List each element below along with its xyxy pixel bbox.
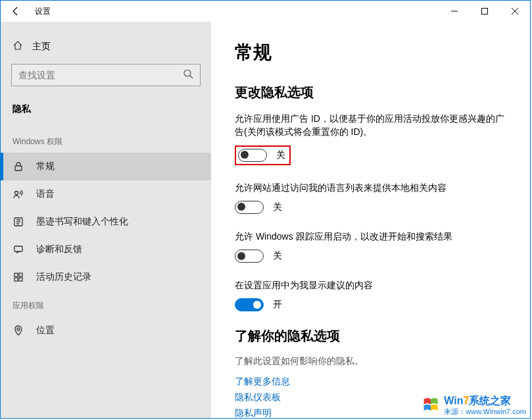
search-icon <box>183 68 193 82</box>
nav-label: 位置 <box>36 325 55 336</box>
svg-rect-8 <box>14 278 18 281</box>
inking-icon <box>12 217 24 227</box>
section-heading: 更改隐私选项 <box>235 84 506 101</box>
group-windows-perms: Windows 权限 <box>1 127 211 153</box>
svg-rect-6 <box>14 273 18 276</box>
toggle-switch[interactable] <box>235 249 264 263</box>
location-icon <box>12 325 24 336</box>
home-link[interactable]: 主页 <box>1 35 211 64</box>
option-desc: 在设置应用中为我显示建议的内容 <box>235 278 506 292</box>
nav-label: 墨迹书写和键入个性化 <box>36 216 128 228</box>
history-icon <box>12 272 24 282</box>
feedback-icon <box>12 244 24 255</box>
nav-label: 活动历史记录 <box>36 271 91 283</box>
option-desc: 允许 Windows 跟踪应用启动，以改进开始和搜索结果 <box>235 230 506 243</box>
watermark-url: 来源：www.Winwin7.com <box>444 408 526 415</box>
toggle-state-label: 关 <box>273 201 282 213</box>
window-title: 设置 <box>35 6 51 17</box>
watermark: Win7系统之家 来源：www.Winwin7.com <box>422 394 526 415</box>
sidebar: 主页 隐私 Windows 权限 常规 语音 <box>1 22 211 418</box>
nav-general[interactable]: 常规 <box>1 153 211 180</box>
nav-activity[interactable]: 活动历史记录 <box>1 263 211 291</box>
option-desc: 允许应用使用广告 ID，以便基于你的应用活动投放你更感兴趣的广告(关闭该模式将会… <box>235 112 506 139</box>
nav-location[interactable]: 位置 <box>1 317 211 344</box>
main-content: 常规 更改隐私选项 允许应用使用广告 ID，以便基于你的应用活动投放你更感兴趣的… <box>211 22 530 418</box>
svg-rect-9 <box>19 278 22 281</box>
svg-rect-2 <box>15 166 22 171</box>
maximize-button[interactable] <box>470 1 500 22</box>
group-app-perms: 应用权限 <box>1 291 211 317</box>
svg-rect-0 <box>482 9 488 14</box>
nav-label: 常规 <box>36 161 55 172</box>
svg-rect-7 <box>19 273 22 276</box>
nav-diagnostics[interactable]: 诊断和反馈 <box>1 236 211 263</box>
page-title: 常规 <box>235 40 506 65</box>
home-icon <box>12 40 23 53</box>
search-box[interactable] <box>11 64 201 86</box>
back-button[interactable] <box>1 1 31 22</box>
close-button[interactable] <box>500 1 530 22</box>
learn-link[interactable]: 了解更多信息 <box>235 374 506 390</box>
learn-desc: 了解此设置如何影响你的隐私。 <box>235 355 506 367</box>
toggle-switch[interactable] <box>235 298 264 311</box>
watermark-logo <box>422 396 440 414</box>
toggle-state-label: 关 <box>273 250 282 262</box>
svg-point-10 <box>17 328 20 330</box>
watermark-title: Win7系统之家 <box>444 395 511 406</box>
titlebar: 设置 <box>1 1 530 22</box>
toggle-state-label: 开 <box>273 299 282 311</box>
toggle-switch[interactable] <box>235 201 264 214</box>
toggle-switch[interactable] <box>238 149 267 162</box>
lock-icon <box>12 161 24 172</box>
learn-heading: 了解你的隐私选项 <box>235 327 506 345</box>
svg-rect-5 <box>14 246 22 251</box>
home-label: 主页 <box>32 41 51 53</box>
nav-speech[interactable]: 语音 <box>1 180 211 208</box>
minimize-button[interactable] <box>439 1 470 22</box>
svg-point-1 <box>184 70 191 76</box>
nav-label: 诊断和反馈 <box>36 244 82 255</box>
nav-inking[interactable]: 墨迹书写和键入个性化 <box>1 208 211 236</box>
svg-point-3 <box>15 192 18 195</box>
nav-label: 语音 <box>36 188 55 200</box>
toggle-state-label: 关 <box>276 149 285 161</box>
speech-icon <box>12 189 24 199</box>
search-input[interactable] <box>18 70 183 80</box>
section-title: 隐私 <box>1 99 211 127</box>
option-desc: 允许网站通过访问我的语言列表来提供本地相关内容 <box>235 181 506 194</box>
